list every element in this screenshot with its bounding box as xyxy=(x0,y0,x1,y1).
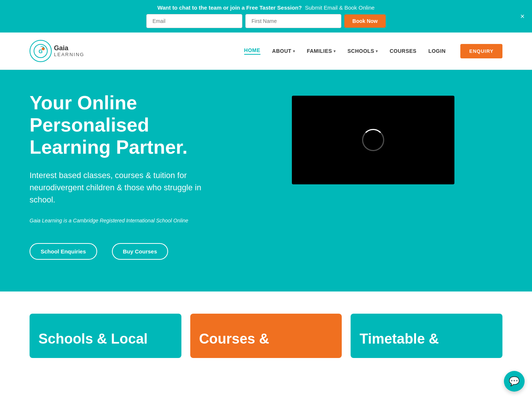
close-button[interactable]: × xyxy=(520,12,525,21)
card-timetable[interactable]: Timetable & xyxy=(351,314,502,358)
book-now-button[interactable]: Book Now xyxy=(344,14,386,28)
card-schools-title: Schools & Local xyxy=(38,331,148,347)
video-player[interactable] xyxy=(292,96,454,184)
nav-item-families[interactable]: FAMILIES ▾ xyxy=(307,48,335,54)
nav-link-about[interactable]: ABOUT ▾ xyxy=(272,48,295,54)
banner-cta-link[interactable]: Submit Email & Book Online xyxy=(305,4,374,11)
hero-subtitle: Interest based classes, courses & tuitio… xyxy=(30,169,222,206)
top-banner: Want to chat to the team or join a Free … xyxy=(0,0,532,33)
chat-icon: 💬 xyxy=(509,376,520,386)
logo[interactable]: G Gaia LEARNING xyxy=(30,40,84,62)
nav-item-home[interactable]: HOME xyxy=(244,47,260,55)
chevron-down-icon: ▾ xyxy=(334,49,336,53)
chevron-down-icon: ▾ xyxy=(293,49,295,53)
chevron-down-icon: ▾ xyxy=(376,49,378,53)
nav-link-courses[interactable]: COURSES xyxy=(390,48,417,54)
buy-courses-button[interactable]: Buy Courses xyxy=(112,243,168,260)
nav-link-schools[interactable]: SCHOOLS ▾ xyxy=(347,48,378,54)
card-schools[interactable]: Schools & Local xyxy=(30,314,181,358)
enquiry-button[interactable]: ENQUIRY xyxy=(460,44,502,58)
email-input[interactable] xyxy=(146,14,242,28)
nav-item-about[interactable]: ABOUT ▾ xyxy=(272,48,295,54)
logo-brand: Gaia xyxy=(54,45,84,52)
nav-link-families[interactable]: FAMILIES ▾ xyxy=(307,48,335,54)
navbar: G Gaia LEARNING HOME ABOUT ▾ FAMILIES ▾ xyxy=(0,33,532,70)
nav-item-login[interactable]: LOGIN xyxy=(428,48,446,54)
chat-widget[interactable]: 💬 xyxy=(504,371,525,392)
hero-title: Your Online Personalised Learning Partne… xyxy=(30,92,222,158)
card-courses[interactable]: Courses & xyxy=(190,314,342,358)
nav-item-courses[interactable]: COURSES xyxy=(390,48,417,54)
logo-sub: LEARNING xyxy=(54,52,84,57)
nav-link-login[interactable]: LOGIN xyxy=(428,48,446,54)
firstname-input[interactable] xyxy=(245,14,341,28)
hero-buttons: School Enquiries Buy Courses xyxy=(30,243,222,260)
hero-left: Your Online Personalised Learning Partne… xyxy=(30,92,244,260)
school-enquiries-button[interactable]: School Enquiries xyxy=(30,243,97,260)
hero-caption: Gaia Learning is a Cambridge Registered … xyxy=(30,217,222,225)
logo-text: Gaia LEARNING xyxy=(54,45,84,57)
banner-form: Book Now xyxy=(7,14,525,28)
card-timetable-title: Timetable & xyxy=(359,331,439,347)
nav-links: HOME ABOUT ▾ FAMILIES ▾ SCHOOLS ▾ COURSE… xyxy=(244,47,446,55)
logo-circle: G xyxy=(30,40,52,62)
banner-cta-text: Want to chat to the team or join a Free … xyxy=(157,4,302,11)
nav-link-home[interactable]: HOME xyxy=(244,47,260,55)
nav-item-schools[interactable]: SCHOOLS ▾ xyxy=(347,48,378,54)
logo-icon: G xyxy=(33,44,48,58)
video-spinner xyxy=(362,129,384,151)
card-courses-title: Courses & xyxy=(199,331,269,347)
hero-right xyxy=(244,92,502,184)
hero-section: Your Online Personalised Learning Partne… xyxy=(0,70,532,291)
bottom-cards: Schools & Local Courses & Timetable & xyxy=(0,291,532,380)
